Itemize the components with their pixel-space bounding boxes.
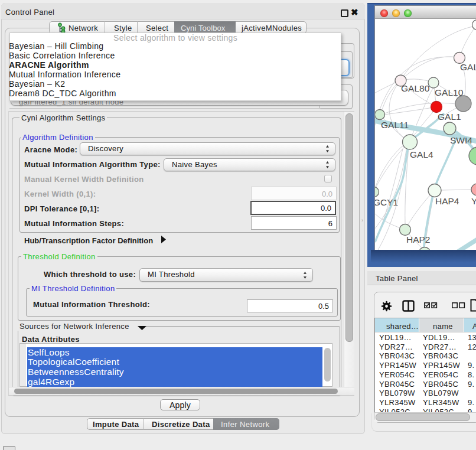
svg-text:GAL10: GAL10 <box>435 87 464 97</box>
svg-text:GAL1: GAL1 <box>438 112 461 122</box>
svg-text:SWI4: SWI4 <box>450 135 472 145</box>
svg-text:GAL7: GAL7 <box>460 62 476 72</box>
svg-text:GAL11: GAL11 <box>381 120 409 130</box>
svg-text:HAP4: HAP4 <box>435 196 459 206</box>
svg-text:Y: Y <box>471 196 476 206</box>
svg-text:GCY1: GCY1 <box>375 197 398 207</box>
svg-text:GAL80: GAL80 <box>401 83 430 93</box>
svg-text:GAL4: GAL4 <box>410 149 433 159</box>
svg-text:HAP2: HAP2 <box>406 234 431 244</box>
